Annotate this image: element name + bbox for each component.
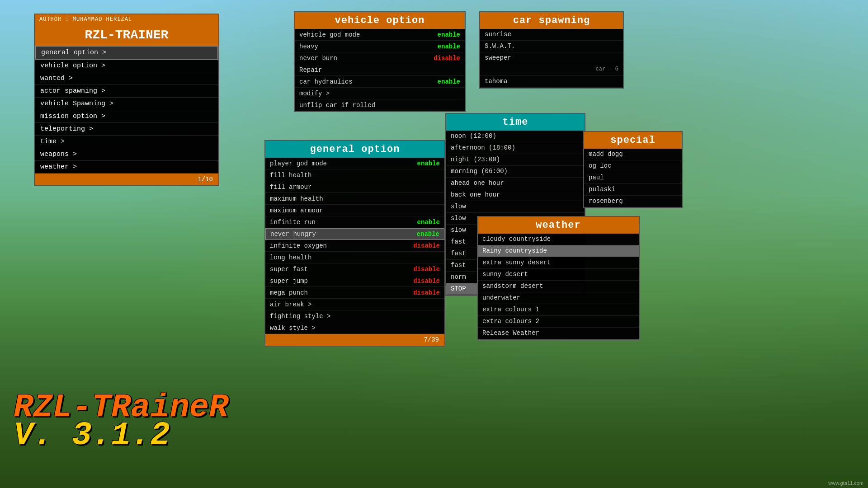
menu-item-wanted[interactable]: wanted > [35, 72, 218, 85]
infinite-run-row[interactable]: infinite run enable [265, 216, 444, 228]
author-bar: AUTHOR : MUHAMMAD HERIZAL [35, 14, 218, 24]
watermark: www.gta11.com [828, 480, 863, 486]
long-health-row[interactable]: long health [265, 252, 444, 263]
never-burn-row[interactable]: never burn disable [295, 52, 465, 64]
car-hydraulics-row[interactable]: car hydraulics enable [295, 76, 465, 88]
car-item-cart-note: car - G [596, 66, 618, 74]
heavy-status: enable [438, 43, 460, 50]
time-slow1[interactable]: slow [446, 201, 585, 213]
fill-armour-label: fill armour [270, 183, 311, 191]
time-back[interactable]: back one hour [446, 189, 585, 201]
heavy-row[interactable]: heavy enable [295, 41, 465, 52]
car-spawning-panel: car spawning sunrise S.W.A.T. sweeper ca… [479, 11, 624, 89]
car-spawning-body: sunrise S.W.A.T. sweeper car - G tahoma [480, 29, 623, 88]
heavy-label: heavy [299, 43, 318, 50]
car-item-cart[interactable]: car - G [480, 64, 623, 76]
never-hungry-row[interactable]: never hungry enable [265, 228, 444, 240]
never-burn-label: never burn [299, 55, 337, 62]
weather-extra-colours1[interactable]: extra colours 1 [478, 304, 639, 316]
super-fast-row[interactable]: super fast disable [265, 263, 444, 275]
player-god-mode-row[interactable]: player god mode enable [265, 158, 444, 169]
vehicle-god-mode-status: enable [438, 31, 460, 38]
menu-item-teleporting[interactable]: teleporting > [35, 123, 218, 136]
walk-style-label: walk style > [270, 324, 316, 332]
menu-item-mission[interactable]: mission option > [35, 110, 218, 123]
air-break-label: air break > [270, 301, 311, 308]
car-spawning-header: car spawning [480, 12, 623, 29]
special-og-loc[interactable]: og loc [584, 160, 682, 172]
special-header: special [584, 132, 682, 149]
never-hungry-label: never hungry [270, 230, 316, 238]
max-health-row[interactable]: maximum health [265, 193, 444, 205]
long-health-label: long health [270, 254, 311, 261]
fill-health-row[interactable]: fill health [265, 169, 444, 181]
special-madd-dogg[interactable]: madd dogg [584, 149, 682, 160]
super-fast-label: super fast [270, 266, 308, 273]
repair-row[interactable]: Repair [295, 64, 465, 76]
menu-item-weather[interactable]: weather > [35, 161, 218, 174]
time-ahead[interactable]: ahead one hour [446, 178, 585, 189]
car-item-tahoma[interactable]: tahoma [480, 76, 623, 88]
weather-rainy[interactable]: Rainy countryside [478, 245, 639, 257]
weather-sunny[interactable]: sunny desert [478, 269, 639, 281]
menu-item-time[interactable]: time > [35, 136, 218, 148]
general-option-header: general option [265, 141, 444, 158]
weather-underwater[interactable]: underwater [478, 292, 639, 304]
repair-label: Repair [299, 66, 322, 74]
car-item-sunrise[interactable]: sunrise [480, 29, 623, 41]
menu-item-actor-spawning[interactable]: actor spawning > [35, 85, 218, 98]
unflip-label: unflip car if rolled [299, 102, 375, 109]
main-menu-panel: AUTHOR : MUHAMMAD HERIZAL RZL-TRAINER ge… [34, 14, 219, 186]
car-item-swat[interactable]: S.W.A.T. [480, 41, 623, 52]
weather-sandstorm[interactable]: sandstorm desert [478, 281, 639, 292]
general-option-panel: general option player god mode enable fi… [264, 140, 445, 347]
main-menu-title: RZL-TRAINER [35, 24, 218, 46]
infinite-run-label: infinite run [270, 219, 316, 226]
main-menu-page: 1/10 [35, 174, 218, 185]
menu-item-vehicle[interactable]: vehicle option > [35, 60, 218, 72]
special-body: madd dogg og loc paul pulaski rosenberg [584, 149, 682, 207]
player-god-mode-status: enable [417, 160, 440, 167]
special-pulaski[interactable]: pulaski [584, 184, 682, 196]
modify-row[interactable]: modify > [295, 88, 465, 99]
mega-punch-label: mega punch [270, 289, 308, 296]
menu-item-weapons[interactable]: weapons > [35, 148, 218, 161]
car-hydraulics-label: car hydraulics [299, 78, 353, 85]
never-hungry-status: enable [417, 230, 439, 238]
walk-style-row[interactable]: walk style > [265, 322, 444, 334]
car-item-sweeper[interactable]: sweeper [480, 52, 623, 64]
time-afternoon[interactable]: afternoon (18:00) [446, 142, 585, 154]
vehicle-option-panel: vehicle option vehicle god mode enable h… [294, 11, 466, 112]
air-break-row[interactable]: air break > [265, 299, 444, 310]
car-hydraulics-status: enable [438, 78, 460, 85]
max-armour-row[interactable]: maximum armour [265, 205, 444, 216]
fill-health-label: fill health [270, 172, 311, 179]
unflip-row[interactable]: unflip car if rolled [295, 99, 465, 111]
weather-extra-sunny[interactable]: extra sunny desert [478, 257, 639, 269]
time-night[interactable]: night (23:00) [446, 154, 585, 166]
special-paul[interactable]: paul [584, 172, 682, 184]
special-panel: special madd dogg og loc paul pulaski ro… [583, 131, 683, 208]
fill-armour-row[interactable]: fill armour [265, 181, 444, 193]
vehicle-option-header: vehicle option [295, 12, 465, 29]
weather-cloudy[interactable]: cloudy countryside [478, 234, 639, 245]
fighting-style-row[interactable]: fighting style > [265, 310, 444, 322]
weather-panel: weather cloudy countryside Rainy country… [477, 216, 640, 340]
main-title-container: RZL-TRaineR V. 3.1.2 [14, 391, 228, 452]
weather-extra-colours2[interactable]: extra colours 2 [478, 316, 639, 328]
max-armour-label: maximum armour [270, 207, 323, 214]
infinite-oxygen-row[interactable]: infinite oxygen disable [265, 240, 444, 252]
general-option-body: player god mode enable fill health fill … [265, 158, 444, 334]
time-noon[interactable]: noon (12:00) [446, 131, 585, 142]
super-jump-label: super jump [270, 277, 308, 285]
max-health-label: maximum health [270, 195, 323, 202]
time-morning[interactable]: morning (06:00) [446, 166, 585, 178]
menu-item-vehicle-spawning[interactable]: vehicle Spawning > [35, 98, 218, 110]
weather-release[interactable]: Release Weather [478, 328, 639, 339]
menu-item-general[interactable]: general option > [35, 46, 218, 60]
special-rosenberg[interactable]: rosenberg [584, 196, 682, 207]
weather-body: cloudy countryside Rainy countryside ext… [478, 234, 639, 339]
vehicle-god-mode-row[interactable]: vehicle god mode enable [295, 29, 465, 41]
super-jump-row[interactable]: super jump disable [265, 275, 444, 287]
mega-punch-row[interactable]: mega punch disable [265, 287, 444, 299]
